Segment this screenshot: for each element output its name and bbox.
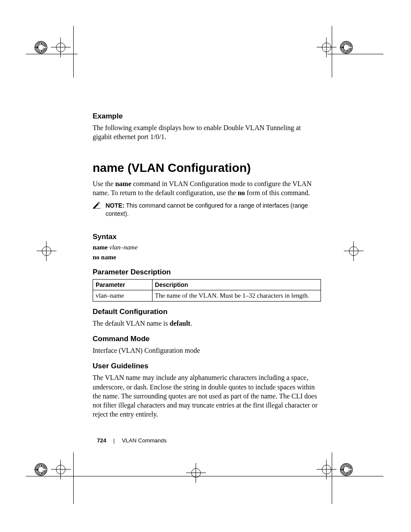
keyword-name: name xyxy=(115,180,131,187)
compass-icon xyxy=(34,41,47,54)
heading-user-guidelines: User Guidelines xyxy=(93,362,321,370)
text: . xyxy=(190,320,192,327)
heading-default-configuration: Default Configuration xyxy=(93,308,321,316)
keyword-no: no xyxy=(238,189,245,196)
heading-parameter-description: Parameter Description xyxy=(93,268,321,277)
note-block: NOTE: This command cannot be configured … xyxy=(93,202,321,218)
reg-mark-bottom-center xyxy=(190,467,202,479)
text: The default VLAN name is xyxy=(93,320,170,327)
crop-rule xyxy=(73,452,74,504)
crosshair-icon xyxy=(321,42,332,53)
parameter-table: Parameter Description vlan–name The name… xyxy=(93,279,321,302)
page-footer: 724 VLAN Commands xyxy=(97,437,167,444)
syntax-arg: vlan–name xyxy=(108,244,138,251)
note-label: NOTE: xyxy=(106,202,125,209)
heading-example: Example xyxy=(93,112,321,121)
crosshair-icon xyxy=(190,467,202,479)
crop-rule xyxy=(332,26,332,78)
reg-mark-top-left xyxy=(34,41,66,54)
table-header-description: Description xyxy=(152,280,321,290)
text: Use the xyxy=(93,180,115,187)
reg-mark-top-right xyxy=(321,41,353,54)
heading-syntax: Syntax xyxy=(93,233,321,241)
crop-rule xyxy=(73,26,74,78)
reg-mark-bottom-left xyxy=(34,463,66,476)
crosshair-icon xyxy=(348,246,359,257)
crop-rule xyxy=(26,476,383,476)
note-icon xyxy=(93,202,101,209)
footer-separator xyxy=(114,439,114,444)
user-guidelines-body: The VLAN name may include any alphanumer… xyxy=(93,373,321,419)
table-row: vlan–name The name of the VLAN. Must be … xyxy=(93,290,321,302)
page: Example The following example displays h… xyxy=(0,0,411,532)
table-cell-description: The name of the VLAN. Must be 1–32 chara… xyxy=(152,290,321,302)
heading-command-mode: Command Mode xyxy=(93,335,321,343)
table-cell-parameter: vlan–name xyxy=(93,290,153,302)
note-body: This command cannot be configured for a … xyxy=(106,202,308,217)
table-header-parameter: Parameter xyxy=(93,280,153,290)
example-body: The following example displays how to en… xyxy=(93,123,321,141)
reg-mark-right-mid xyxy=(348,246,359,257)
default-config-body: The default VLAN name is default. xyxy=(93,319,321,328)
note-text: NOTE: This command cannot be configured … xyxy=(106,202,321,218)
crosshair-icon xyxy=(55,464,66,475)
reg-mark-bottom-right xyxy=(321,463,353,476)
compass-icon xyxy=(340,463,353,476)
page-number: 724 xyxy=(97,437,106,444)
crosshair-icon xyxy=(55,42,66,53)
table-header-row: Parameter Description xyxy=(93,280,321,290)
default-value: default xyxy=(170,320,190,327)
crosshair-icon xyxy=(321,464,332,475)
crosshair-icon xyxy=(41,246,52,257)
command-mode-body: Interface (VLAN) Configuration mode xyxy=(93,346,321,355)
footer-section: VLAN Commands xyxy=(122,437,167,444)
crop-rule xyxy=(327,54,383,54)
syntax-line-1: name vlan–name xyxy=(93,244,321,251)
compass-icon xyxy=(34,463,47,476)
syntax-line-2: no name xyxy=(93,254,321,261)
text: form of this command. xyxy=(245,189,310,196)
heading-command-title: name (VLAN Configuration) xyxy=(93,161,321,175)
command-intro: Use the name command in VLAN Configurati… xyxy=(93,179,321,197)
content-area: Example The following example displays h… xyxy=(93,112,321,423)
crop-rule xyxy=(26,54,78,54)
compass-icon xyxy=(340,41,353,54)
crop-rule xyxy=(332,452,332,504)
reg-mark-left-mid xyxy=(41,246,52,257)
syntax-keyword: name xyxy=(93,244,108,251)
